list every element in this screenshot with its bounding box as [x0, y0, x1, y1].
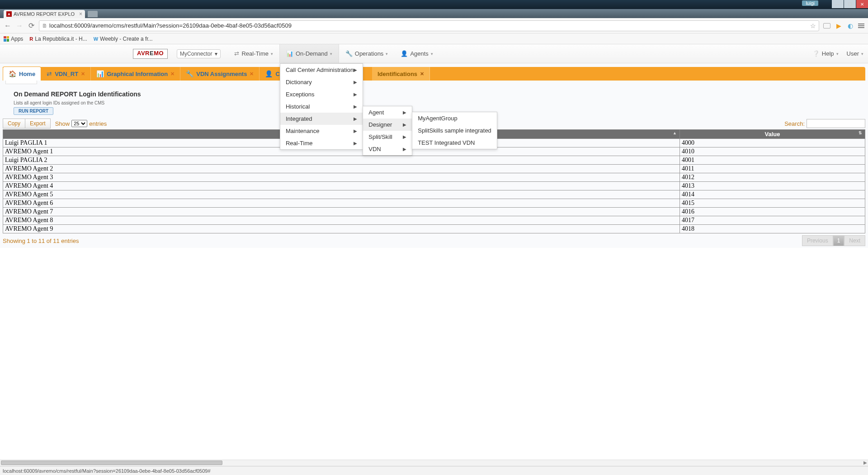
cell-name: AVREMO Agent 3	[3, 173, 680, 182]
forward-icon[interactable]: →	[15, 22, 24, 30]
close-tab-icon[interactable]: ✕	[170, 71, 175, 77]
dd-item-splitskills[interactable]: SplitSkills sample integrated	[412, 124, 497, 137]
table-row[interactable]: AVREMO Agent 34012	[3, 173, 865, 182]
dd-item-vdn[interactable]: VDN▶	[363, 143, 412, 155]
address-bar[interactable]: 🗎 ☆	[39, 20, 819, 31]
cell-value: 4012	[680, 173, 865, 182]
window-maximize[interactable]: ☐	[844, 0, 856, 8]
cell-value: 4016	[680, 208, 865, 216]
play-extension-icon[interactable]: ▶	[835, 22, 843, 30]
extension-icon[interactable]: ◐	[846, 22, 854, 30]
dd-label: Historical	[286, 103, 310, 110]
tab-graphical[interactable]: 📊 Graphical Information ✕	[91, 67, 180, 81]
next-button[interactable]: Next	[844, 235, 865, 246]
dd-item-realtime[interactable]: Real-Time▶	[280, 137, 363, 149]
tab-identifications[interactable]: Identifications ✕	[372, 67, 430, 81]
cell-value: 4011	[680, 165, 865, 173]
new-tab-button[interactable]	[88, 11, 98, 17]
close-tab-icon[interactable]: ✕	[420, 71, 424, 77]
dd-item-exceptions[interactable]: Exceptions▶	[280, 88, 363, 100]
dd-item-historical[interactable]: Historical▶	[280, 100, 363, 113]
window-minimize[interactable]: —	[832, 0, 844, 8]
table-row[interactable]: AVREMO Agent 84017	[3, 216, 865, 225]
table-row[interactable]: AVREMO Agent 94018	[3, 225, 865, 233]
export-button[interactable]: Export	[25, 119, 51, 128]
dd-label: Designer	[368, 121, 392, 128]
bookmarks-bar: Apps R La Repubblica.it - H... W Weebly …	[0, 33, 868, 44]
tab-vdn-assignments[interactable]: 🔧 VDN Assignments ✕	[180, 67, 259, 81]
ondemand-dropdown: Call Center Administration▶ Dictionary▶ …	[280, 63, 363, 150]
dd-item-testvdn[interactable]: TEST Integrated VDN	[412, 137, 497, 149]
bookmark-star-icon[interactable]: ☆	[810, 22, 816, 29]
table-footer: Showing 1 to 11 of 11 entries Previous 1…	[0, 233, 868, 248]
table-row[interactable]: AVREMO Agent 24011	[3, 165, 865, 173]
menu-ondemand[interactable]: 📊 On-Demand ▾ Call Center Administration…	[279, 44, 339, 63]
repubblica-icon: R	[29, 36, 33, 42]
dd-item-agent[interactable]: Agent▶	[363, 106, 412, 119]
windows-user-badge: luigi	[802, 0, 818, 6]
close-tab-icon[interactable]: ✕	[250, 71, 254, 77]
cell-value: 4014	[680, 190, 865, 199]
dd-item-myagentgroup[interactable]: MyAgentGroup	[412, 112, 497, 124]
run-report-button[interactable]: RUN REPORT	[14, 107, 53, 115]
bookmark-repubblica[interactable]: R La Repubblica.it - H...	[29, 36, 87, 42]
dd-item-cca[interactable]: Call Center Administration▶	[280, 64, 363, 76]
chrome-menu-icon[interactable]	[858, 24, 864, 28]
dd-item-dictionary[interactable]: Dictionary▶	[280, 76, 363, 88]
chevron-right-icon: ▶	[354, 92, 357, 97]
cell-value: 4000	[680, 139, 865, 147]
dd-label: Real-Time	[286, 140, 312, 147]
dd-item-designer[interactable]: Designer▶	[363, 119, 412, 131]
bookmark-weebly[interactable]: W Weebly - Create a fr...	[94, 36, 153, 42]
bookmark-label: Weebly - Create a fr...	[100, 36, 153, 42]
menu-operations[interactable]: 🔧 Operations ▾	[339, 44, 395, 63]
cell-value: 4015	[680, 199, 865, 208]
tab-label: VDN Assignments	[196, 71, 247, 77]
bookmark-label: Apps	[11, 36, 23, 42]
table-row[interactable]: AVREMO Agent 64015	[3, 199, 865, 208]
search-input[interactable]	[807, 119, 865, 128]
dd-label: Maintenance	[286, 128, 319, 134]
dd-item-splitskill[interactable]: Split/Skill▶	[363, 131, 412, 143]
cell-value: 4017	[680, 216, 865, 225]
window-close[interactable]: ✕	[856, 0, 868, 8]
dd-label: VDN	[368, 146, 381, 152]
wrench-icon: 🔧	[345, 50, 353, 57]
dd-label: MyAgentGroup	[418, 115, 457, 122]
back-icon[interactable]: ←	[4, 22, 12, 30]
dd-label: Dictionary	[286, 79, 312, 86]
browser-tab[interactable]: A AVREMO REPORT EXPLO ×	[4, 10, 85, 18]
connector-selector[interactable]: MyConnector ▾	[177, 49, 221, 58]
page-size-select[interactable]: 25	[71, 120, 87, 127]
tab-label: Graphical Information	[107, 71, 168, 77]
favicon-icon: A	[6, 11, 12, 17]
close-tab-icon[interactable]: ×	[79, 11, 82, 17]
page-number[interactable]: 1	[833, 235, 844, 246]
reload-icon[interactable]: ⟳	[27, 21, 35, 30]
designer-submenu: MyAgentGroup SplitSkills sample integrat…	[412, 112, 497, 149]
table-row[interactable]: Luigi PAGLIA 24001	[3, 156, 865, 165]
prev-button[interactable]: Previous	[802, 235, 833, 246]
bookmark-apps[interactable]: Apps	[4, 36, 23, 42]
menu-user[interactable]: User ▾	[847, 44, 863, 63]
cast-icon[interactable]	[823, 22, 831, 30]
copy-button[interactable]: Copy	[3, 119, 25, 128]
app-logo: AVREMO	[133, 49, 168, 59]
dd-item-maintenance[interactable]: Maintenance▶	[280, 125, 363, 137]
table-row[interactable]: AVREMO Agent 54014	[3, 190, 865, 199]
show-label: Show	[55, 120, 70, 127]
menu-help[interactable]: ❔ Help ▾	[812, 44, 839, 63]
column-header-value[interactable]: Value⇅	[680, 130, 865, 139]
close-tab-icon[interactable]: ✕	[81, 71, 85, 77]
menu-realtime[interactable]: ⇄ Real-Time ▾	[228, 44, 279, 63]
menu-agents[interactable]: 👤 Agents ▾	[394, 44, 439, 63]
tab-home[interactable]: 🏠 Home	[3, 66, 41, 81]
table-row[interactable]: AVREMO Agent 44013	[3, 182, 865, 190]
cell-name: AVREMO Agent 2	[3, 165, 680, 173]
dd-item-integrated[interactable]: Integrated▶	[280, 113, 363, 125]
tab-vdn-rt[interactable]: ⇄ VDN_RT ✕	[41, 67, 91, 81]
url-input[interactable]	[49, 22, 808, 29]
table-row[interactable]: AVREMO Agent 74016	[3, 208, 865, 216]
chevron-right-icon: ▶	[354, 141, 357, 146]
browser-tabstrip: A AVREMO REPORT EXPLO ×	[0, 9, 868, 18]
